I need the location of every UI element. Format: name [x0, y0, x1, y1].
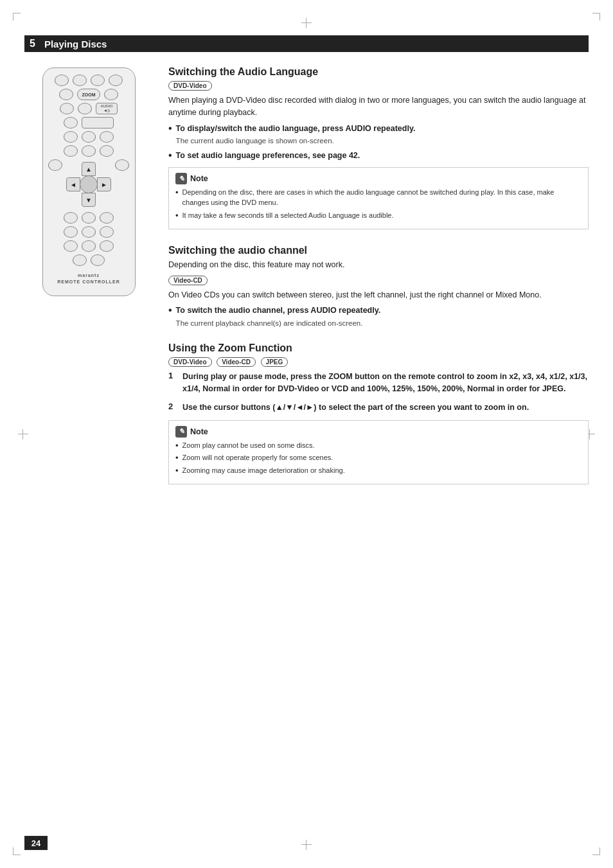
- chapter-title: Playing Discs: [44, 39, 107, 49]
- left-column: ZOOM AUDIO◄)): [24, 61, 153, 836]
- remote-row-3: AUDIO◄)): [48, 103, 130, 114]
- audio-language-bullet-1: • To display/switch the audio language, …: [168, 123, 589, 146]
- audio-channel-bullet-1-strong: To switch the audio channel, press AUDIO…: [176, 306, 381, 315]
- page-number-box: 24: [24, 836, 48, 850]
- zoom-note-bullet-3: • Zooming may cause image deterioration …: [175, 466, 582, 476]
- audio-channel-bullet-1-sub: The current playback channel(s) are indi…: [176, 318, 381, 328]
- bullet-dot-2: •: [168, 150, 172, 162]
- remote-row-9: [48, 240, 130, 252]
- zoom-note-bullet-2: • Zoom will not operate properly for som…: [175, 453, 582, 463]
- video-cd-badge: Video-CD: [168, 276, 208, 285]
- section-audio-channel: Switching the audio channel Depending on…: [168, 245, 589, 332]
- remote-btn-4: [109, 75, 123, 86]
- zoom-badges: DVD-Video Video-CD JPEG: [168, 357, 589, 371]
- zoom-step-2: 2 Use the cursor buttons (▲/▼/◄/►) to se…: [168, 402, 589, 414]
- zoom-title: Using the Zoom Function: [168, 342, 589, 354]
- corner-mark-tl: [13, 13, 21, 21]
- remote-btn-16: [64, 212, 78, 224]
- remote-btn-11: [82, 131, 96, 143]
- main-content: ZOOM AUDIO◄)): [24, 61, 589, 836]
- zoom-step-1-text: During play or pause mode, press the ZOO…: [182, 371, 589, 395]
- remote-dpad-row: ▲ ▼ ◄ ►: [48, 159, 130, 209]
- zoom-step-2-text: Use the cursor buttons (▲/▼/◄/►) to sele…: [182, 402, 529, 414]
- note-icon-1: ✎: [175, 173, 187, 184]
- audio-language-bullet-2: • To set audio language preferences, see…: [168, 150, 589, 162]
- note-bullet-2-text: It may take a few seconds till a selecte…: [182, 211, 394, 221]
- zoom-note-bullet-1: • Zoom play cannot be used on some discs…: [175, 441, 582, 451]
- dpad-center: [80, 175, 98, 193]
- gap-2: [168, 332, 589, 342]
- audio-language-bullet-1-sub: The current audio language is shown on-s…: [176, 136, 416, 146]
- zoom-step-1-strong: During play or pause mode, press the ZOO…: [182, 372, 587, 393]
- crosshair-top: [301, 18, 312, 28]
- remote-btn-20: [82, 226, 96, 238]
- zoom-step-2-strong: Use the cursor buttons (▲/▼/◄/►) to sele…: [182, 403, 529, 412]
- audio-language-intro: When playing a DVD-Video disc recorded w…: [168, 94, 589, 119]
- page-number: 24: [31, 838, 40, 848]
- audio-language-note: ✎ Note • Depending on the disc, there ar…: [168, 167, 589, 229]
- remote-btn-7: [60, 103, 74, 114]
- corner-mark-br: [592, 847, 600, 855]
- remote-row-8: [48, 226, 130, 238]
- dpad: ▲ ▼ ◄ ►: [66, 162, 111, 207]
- remote-btn-17: [82, 212, 96, 224]
- step-num-1: 1: [168, 371, 177, 395]
- audio-language-note-header: ✎ Note: [175, 173, 582, 184]
- remote-btn-8: [78, 103, 92, 114]
- note-bullet-2: • It may take a few seconds till a selec…: [175, 211, 582, 221]
- remote-btn-1: [55, 75, 69, 86]
- remote-btn-18: [100, 212, 114, 224]
- zoom-note-bullet-1-text: Zoom play cannot be used on some discs.: [182, 441, 315, 451]
- remote-row-10: [48, 254, 130, 266]
- remote-btn-15: [100, 145, 114, 157]
- bullet-dot-3: •: [168, 305, 172, 328]
- dpad-right: ►: [97, 177, 111, 191]
- zoom-button: ZOOM: [77, 89, 100, 100]
- bullet-dot-1: •: [168, 123, 172, 146]
- remote-btn-wide: [82, 117, 114, 128]
- zoom-badge-vcd: Video-CD: [217, 357, 256, 367]
- gap-1: [168, 235, 589, 245]
- audio-language-bullet-1-text: To display/switch the audio language, pr…: [176, 124, 416, 133]
- remote-row-1: [48, 75, 130, 86]
- zoom-note-header: ✎ Note: [175, 426, 582, 438]
- remote-btn-right-dpad: [115, 159, 129, 171]
- corner-mark-tr: [592, 13, 600, 21]
- chapter-header: 5 Playing Discs: [24, 35, 589, 52]
- audio-channel-intro: Depending on the disc, this feature may …: [168, 259, 589, 271]
- section-zoom: Using the Zoom Function DVD-Video Video-…: [168, 342, 589, 490]
- dpad-down: ▼: [82, 193, 96, 207]
- audio-language-bullet-2-strong: To set audio language preferences, see p…: [176, 151, 360, 160]
- audio-channel-title: Switching the audio channel: [168, 245, 589, 256]
- remote-row-5: [48, 131, 130, 143]
- zoom-note-bullet-3-text: Zooming may cause image deterioration or…: [182, 466, 345, 476]
- remote-btn-21: [100, 226, 114, 238]
- zoom-badge-dvd: DVD-Video: [168, 357, 212, 367]
- audio-language-bullet-1-strong: To display/switch the audio language, pr…: [176, 124, 416, 133]
- dvd-video-badge-1: DVD-Video: [168, 81, 212, 91]
- note-bullet-1: • Depending on the disc, there are cases…: [175, 188, 582, 208]
- note-icon-2: ✎: [175, 426, 187, 438]
- audio-language-title: Switching the Audio Language: [168, 66, 589, 78]
- dpad-up: ▲: [82, 162, 96, 176]
- remote-btn-19: [64, 226, 78, 238]
- remote-btn-13: [64, 145, 78, 157]
- audio-channel-bullet-1-text: To switch the audio channel, press AUDIO…: [176, 306, 381, 315]
- remote-btn-9: [64, 117, 78, 128]
- zoom-note-bullet-2-text: Zoom will not operate properly for some …: [182, 453, 333, 463]
- zoom-badge-jpeg: JPEG: [261, 357, 289, 367]
- remote-btn-23: [82, 240, 96, 252]
- zoom-note: ✎ Note • Zoom play cannot be used on som…: [168, 420, 589, 485]
- corner-mark-bl: [13, 847, 21, 855]
- remote-btn-24: [100, 240, 114, 252]
- remote-btn-14: [82, 145, 96, 157]
- remote-brand: marantz REMOTE CONTROLLER: [57, 272, 120, 285]
- chapter-number: 5: [30, 38, 35, 49]
- remote-btn-left-dpad: [48, 159, 62, 171]
- remote-btn-5: [59, 89, 73, 100]
- note-bullet-1-text: Depending on the disc, there are cases i…: [182, 188, 582, 208]
- dpad-left: ◄: [66, 177, 80, 191]
- crosshair-bottom: [301, 840, 312, 850]
- audio-channel-bullet-1: • To switch the audio channel, press AUD…: [168, 305, 589, 328]
- remote-btn-10: [64, 131, 78, 143]
